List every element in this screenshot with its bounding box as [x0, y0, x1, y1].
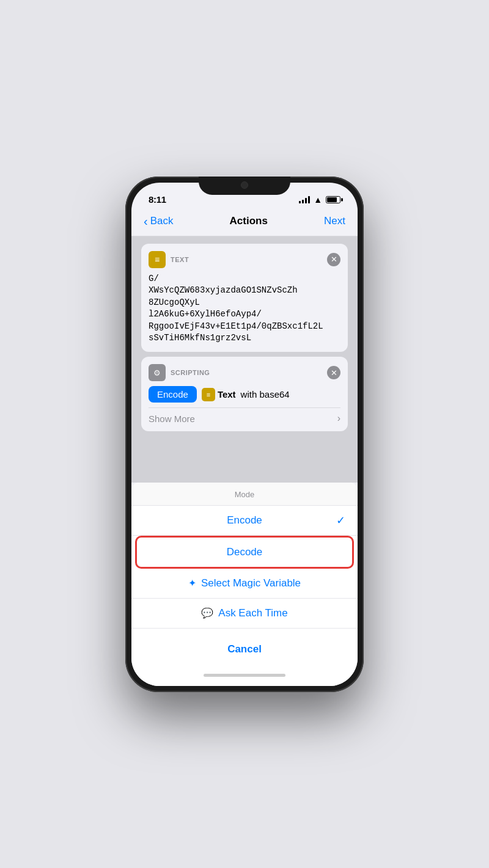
page-title: Actions: [230, 215, 268, 227]
picker-encode-option[interactable]: Encode ✓: [131, 506, 358, 536]
scripting-card-header-left: ⚙ SCRIPTING: [149, 364, 210, 381]
picker-decode-label: Decode: [227, 546, 263, 558]
signal-icon: [299, 196, 310, 203]
magic-wand-icon: ✦: [188, 577, 196, 589]
cancel-section: Cancel: [131, 633, 358, 665]
text-card: ≡ TEXT ✕ G/ XWsYcQZW683xyjazdaGO1SNZvScZ…: [141, 244, 348, 352]
picker-mode-header: Mode: [131, 483, 358, 506]
scripting-icon-symbol: ⚙: [153, 368, 161, 377]
home-indicator: [131, 665, 358, 686]
encode-checkmark-icon: ✓: [336, 514, 345, 527]
picker-encode-label: Encode: [227, 514, 262, 527]
show-more-chevron-icon: ›: [337, 413, 340, 424]
text-card-close-button[interactable]: ✕: [327, 253, 340, 266]
scripting-type-icon: ⚙: [149, 364, 166, 381]
text-badge-symbol: ≡: [207, 391, 210, 398]
picker-magic-label: Select Magic Variable: [201, 577, 301, 589]
scripting-type-label: SCRIPTING: [171, 369, 210, 376]
encode-badge[interactable]: Encode: [149, 386, 197, 403]
nav-bar: ‹ Back Actions Next: [131, 210, 358, 236]
actions-area: ≡ TEXT ✕ G/ XWsYcQZW683xyjazdaGO1SNZvScZ…: [131, 236, 358, 483]
with-base64-label: with base64: [241, 389, 290, 399]
wifi-icon: ▲: [314, 195, 322, 205]
back-chevron-icon: ‹: [144, 214, 148, 228]
text-badge-label: Text: [218, 389, 236, 399]
home-bar: [204, 674, 285, 677]
picker-section: Mode Encode ✓ Decode ✦ Select Magic Vari…: [131, 483, 358, 629]
text-card-header: ≡ TEXT ✕: [149, 251, 340, 268]
next-button[interactable]: Next: [324, 215, 345, 227]
back-label: Back: [150, 215, 174, 227]
scripting-row: Encode ≡ Text with base64: [149, 386, 340, 403]
text-card-content[interactable]: G/ XWsYcQZW683xyjazdaGO1SNZvScZh 8ZUcgoQ…: [149, 273, 340, 345]
picker-sheet: Mode Encode ✓ Decode ✦ Select Magic Vari…: [131, 483, 358, 686]
scripting-card: ⚙ SCRIPTING ✕ Encode ≡ Text with base64: [141, 357, 348, 431]
status-time: 8:11: [149, 194, 166, 205]
picker-ask-each-time-option[interactable]: 💬 Ask Each Time: [131, 599, 358, 629]
text-badge-icon: ≡: [202, 388, 215, 401]
show-more-button[interactable]: Show More ›: [149, 407, 340, 424]
back-button[interactable]: ‹ Back: [144, 214, 173, 228]
picker-magic-variable-option[interactable]: ✦ Select Magic Variable: [131, 569, 358, 599]
text-badge: ≡ Text: [202, 388, 236, 401]
scripting-card-close-button[interactable]: ✕: [327, 366, 340, 379]
text-icon-symbol: ≡: [155, 255, 160, 264]
picker-decode-option[interactable]: Decode: [135, 536, 354, 569]
cancel-button[interactable]: Cancel: [131, 633, 358, 665]
picker-ask-label: Ask Each Time: [218, 607, 287, 619]
show-more-label: Show More: [149, 414, 195, 424]
battery-icon: [326, 196, 340, 203]
text-card-header-left: ≡ TEXT: [149, 251, 189, 268]
text-type-icon: ≡: [149, 251, 166, 268]
ask-bubble-icon: 💬: [201, 607, 213, 619]
status-icons: ▲: [299, 195, 340, 205]
text-type-label: TEXT: [171, 256, 189, 263]
scripting-card-header: ⚙ SCRIPTING ✕: [149, 364, 340, 381]
